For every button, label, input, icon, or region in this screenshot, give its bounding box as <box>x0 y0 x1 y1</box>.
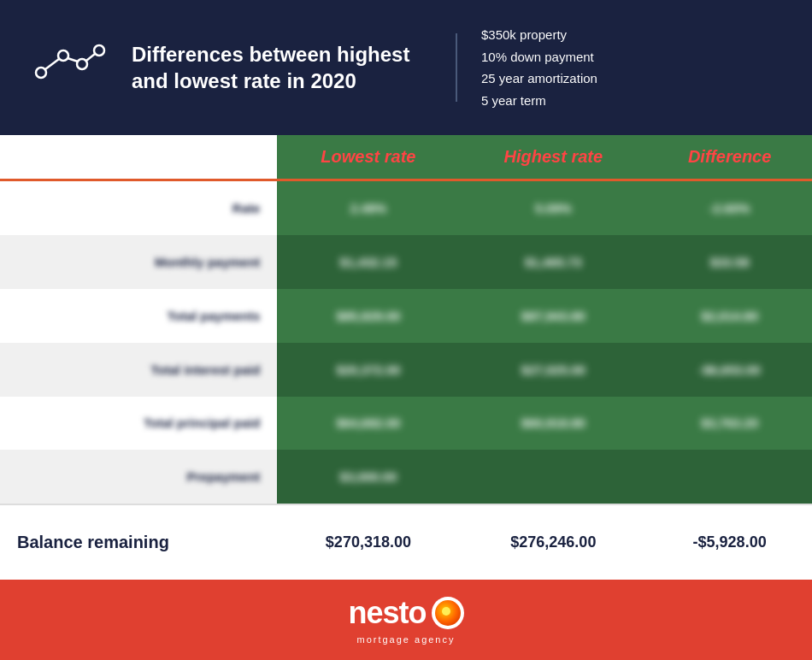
row-highest <box>459 450 647 504</box>
brand-name: nesto <box>348 595 426 631</box>
balance-label: Balance remaining <box>0 504 277 580</box>
balance-lowest: $270,318.00 <box>277 504 459 580</box>
svg-point-1 <box>58 50 68 61</box>
footer-logo: nesto mortgage agency <box>348 595 463 645</box>
header-title: Differences between highest and lowest r… <box>132 41 432 94</box>
brand: nesto <box>348 595 463 631</box>
row-label: Total payments <box>0 289 277 343</box>
table-row: Total principal paid $64,682.00 $60,918.… <box>0 397 812 451</box>
detail-line-4: 5 year term <box>481 90 781 112</box>
svg-point-0 <box>36 68 46 78</box>
table-row: Rate 2.49% 5.09% -2.60% <box>0 180 812 236</box>
balance-difference: -$5,928.00 <box>647 504 812 580</box>
svg-point-3 <box>94 45 104 56</box>
row-highest: $87,943.80 <box>459 289 647 343</box>
row-lowest: $1,432.15 <box>277 235 459 289</box>
footer-subtitle: mortgage agency <box>356 634 455 645</box>
row-highest: $1,465.73 <box>459 235 647 289</box>
row-difference: $33.58 <box>647 235 812 289</box>
nesto-icon <box>432 597 464 629</box>
footer: nesto mortgage agency <box>0 580 812 660</box>
table-wrapper: Lowest rate Highest rate Difference Rate… <box>0 135 812 580</box>
row-difference: $3,763.20 <box>647 397 812 451</box>
row-label: Total interest paid <box>0 343 277 397</box>
row-highest: $60,918.80 <box>459 397 647 451</box>
row-highest: $27,025.00 <box>459 343 647 397</box>
title-text: Differences between highest and lowest r… <box>132 41 432 94</box>
chart-icon <box>31 40 108 95</box>
balance-highest: $276,246.00 <box>459 504 647 580</box>
svg-line-6 <box>86 54 95 61</box>
comparison-table: Lowest rate Highest rate Difference Rate… <box>0 135 812 580</box>
difference-header: Difference <box>647 135 812 180</box>
column-header-row: Lowest rate Highest rate Difference <box>0 135 812 180</box>
detail-line-2: 10% down payment <box>481 46 781 68</box>
header: Differences between highest and lowest r… <box>0 0 812 135</box>
row-lowest: 2.49% <box>277 180 459 236</box>
row-difference: -2.60% <box>647 180 812 236</box>
lowest-rate-header: Lowest rate <box>277 135 459 180</box>
row-difference: -$6,653.00 <box>647 343 812 397</box>
empty-header <box>0 135 277 180</box>
highest-rate-header: Highest rate <box>459 135 647 180</box>
detail-line-3: 25 year amortization <box>481 68 781 90</box>
table-row: Total payments $85,929.00 $87,943.80 $2,… <box>0 289 812 343</box>
row-difference: $2,014.80 <box>647 289 812 343</box>
row-lowest: $20,372.00 <box>277 343 459 397</box>
table-row: Monthly payment $1,432.15 $1,465.73 $33.… <box>0 235 812 289</box>
page-container: Differences between highest and lowest r… <box>0 0 812 660</box>
table-row: Prepayment $3,000.00 <box>0 450 812 504</box>
svg-line-5 <box>68 58 78 62</box>
svg-line-4 <box>45 59 59 69</box>
balance-remaining-row: Balance remaining $270,318.00 $276,246.0… <box>0 504 812 580</box>
row-highest: 5.09% <box>459 180 647 236</box>
header-details: $350k property 10% down payment 25 year … <box>481 24 781 111</box>
row-label: Prepayment <box>0 450 277 504</box>
detail-line-1: $350k property <box>481 24 781 46</box>
table-row: Total interest paid $20,372.00 $27,025.0… <box>0 343 812 397</box>
svg-point-2 <box>77 59 87 69</box>
row-label: Total principal paid <box>0 397 277 451</box>
row-lowest: $64,682.00 <box>277 397 459 451</box>
row-lowest: $85,929.00 <box>277 289 459 343</box>
header-divider <box>456 33 457 102</box>
row-lowest: $3,000.00 <box>277 450 459 504</box>
row-label: Rate <box>0 180 277 236</box>
row-difference <box>647 450 812 504</box>
row-label: Monthly payment <box>0 235 277 289</box>
